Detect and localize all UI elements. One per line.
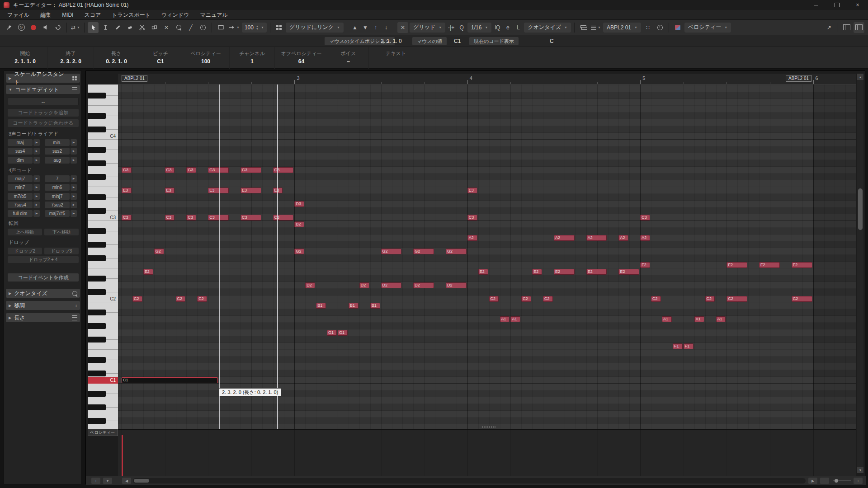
midi-note[interactable]: C2 [521,296,531,302]
midi-note[interactable]: C3 [640,215,650,221]
pin-button[interactable] [4,22,14,33]
chord-button-min7[interactable]: min7 [8,184,33,191]
chord-button-7[interactable]: 7 [45,175,70,182]
vertical-scrollbar[interactable]: ▲ ▼ [857,74,863,473]
transpose-down-button[interactable]: ▼ [361,22,370,33]
midi-note[interactable]: C2 [176,296,186,302]
velocity-lane[interactable] [118,429,856,476]
midi-note[interactable]: C3 [186,215,196,221]
part-end-label[interactable]: ABPL2 01 [786,75,811,82]
velocity-lane-label[interactable]: ベロシティー [88,429,118,436]
chord-variant-arrow[interactable]: ▶ [33,210,40,217]
midi-note[interactable]: C2 [489,296,499,302]
midi-note[interactable]: D2 [359,282,369,288]
event-colors-dropdown[interactable]: ベロシティー▼ [684,23,731,33]
quantize-header[interactable]: ▶ クオンタイズ [6,289,80,298]
midi-note[interactable]: G3 [208,167,229,173]
midi-note[interactable]: G1 [338,330,348,336]
move-up-inversion-button[interactable]: 上へ移動 [8,229,42,235]
piano-key-black[interactable] [88,147,106,153]
menu-item-4[interactable]: トランスポート [106,10,156,20]
chord-variant-arrow[interactable]: ▶ [33,193,40,200]
midi-note[interactable]: D2 [381,282,402,288]
midi-note[interactable]: E3 [208,188,229,193]
midi-note[interactable]: C3 [122,215,132,221]
info-field-4[interactable]: ベロシティー100 [182,47,230,69]
create-chord-event-button[interactable]: コードイベントを作成 [8,273,79,282]
chord-variant-arrow[interactable]: ▶ [71,157,77,164]
midi-note[interactable]: F2 [640,262,650,268]
length-header[interactable]: ▶ 長さ [6,313,80,322]
midi-note[interactable]: F2 [726,262,747,268]
zoom-tool-button[interactable] [173,22,184,33]
piano-key-black[interactable] [88,228,106,234]
midi-note[interactable]: C2 [651,296,661,302]
grid-type-dropdown[interactable]: グリッド▼ [410,23,445,33]
draw-tool-button[interactable] [112,22,123,33]
midi-note[interactable]: C3 [208,215,229,221]
acoustic-feedback-button[interactable] [40,22,51,33]
midi-note[interactable]: A1 [662,316,672,322]
chord-button-min6[interactable]: min6 [45,184,70,191]
midi-note[interactable]: A1 [510,316,520,322]
piano-key-black[interactable] [88,93,106,99]
piano-key-black[interactable] [88,357,106,363]
chord-button-aug[interactable]: aug [45,157,70,164]
scale-assistant-header[interactable]: ▶ スケールアシスタント [6,74,80,83]
midi-note[interactable]: G2 [446,249,467,254]
scroll-down-button[interactable]: ▼ [857,467,863,473]
chord-button-maj[interactable]: maj [8,139,33,146]
minimize-button[interactable] [806,0,826,10]
midi-note[interactable]: C3 [467,215,477,221]
midi-note[interactable]: G2 [413,249,434,254]
midi-note[interactable]: C1 [122,377,218,383]
piano-key-black[interactable] [88,242,106,248]
piano-key-black[interactable] [88,276,106,282]
chord-button-sus2[interactable]: sus2 [45,148,70,155]
midi-note[interactable]: A1 [500,316,510,322]
midi-note[interactable]: F2 [759,262,780,268]
vertical-scroll-thumb[interactable] [858,188,863,230]
midi-note[interactable]: G3 [165,167,175,173]
move-up-button[interactable]: ↑ [371,22,380,33]
menu-item-1[interactable]: 編集 [35,10,57,20]
chord-variant-arrow[interactable]: ▶ [33,175,40,182]
chord-variant-arrow[interactable]: ▶ [33,202,40,208]
erase-tool-button[interactable] [124,22,135,33]
midi-note[interactable]: A2 [586,235,607,241]
midi-note[interactable]: E2 [586,269,607,275]
select-tool-button[interactable] [88,22,99,33]
chord-edit-header[interactable]: ▼ コードエディット [6,85,80,94]
midi-note[interactable]: E2 [478,269,488,275]
midi-note[interactable]: B1 [370,303,380,309]
midi-input-button[interactable] [655,22,665,33]
lane-divider-grip[interactable] [482,427,495,427]
scroll-right-button[interactable]: ▶ [808,478,817,484]
midi-note[interactable]: C2 [705,296,715,302]
snap-button[interactable]: ✕ [397,22,408,33]
independent-loop-button[interactable] [215,22,226,33]
midi-note[interactable]: C3 [165,215,175,221]
record-button[interactable] [28,22,39,33]
chord-button-maj7[interactable]: maj7 [8,175,33,182]
chord-variant-arrow[interactable]: ▶ [33,157,40,164]
piano-key-black[interactable] [88,113,106,119]
midi-note[interactable]: D2 [446,282,467,288]
part-start-label[interactable]: ABPL2 01 [122,75,147,82]
info-field-2[interactable]: 長さ0. 2. 1. 0 [94,47,139,69]
midi-note[interactable]: A2 [618,235,628,241]
chord-button-min.[interactable]: min. [45,139,70,146]
quantize-icon-button[interactable]: Q [457,22,466,33]
midi-note[interactable]: G2 [154,249,164,254]
midi-note[interactable]: C3 [241,215,261,221]
midi-note[interactable]: F1 [684,343,693,349]
event-colors-icon-button[interactable] [672,22,683,33]
close-button[interactable]: × [847,0,868,10]
midi-note[interactable]: A2 [467,235,477,241]
menu-item-2[interactable]: MIDI [57,10,79,20]
length-quantize-dropdown[interactable]: クオンタイズ▼ [524,23,571,33]
add-chord-track-button[interactable]: コードトラックを追加 [8,109,79,117]
piano-key-black[interactable] [88,391,106,397]
auto-select-controllers-button[interactable]: ⇄▼ [70,22,81,33]
align-chord-track-button[interactable]: コードトラックに合わせる [8,119,79,127]
